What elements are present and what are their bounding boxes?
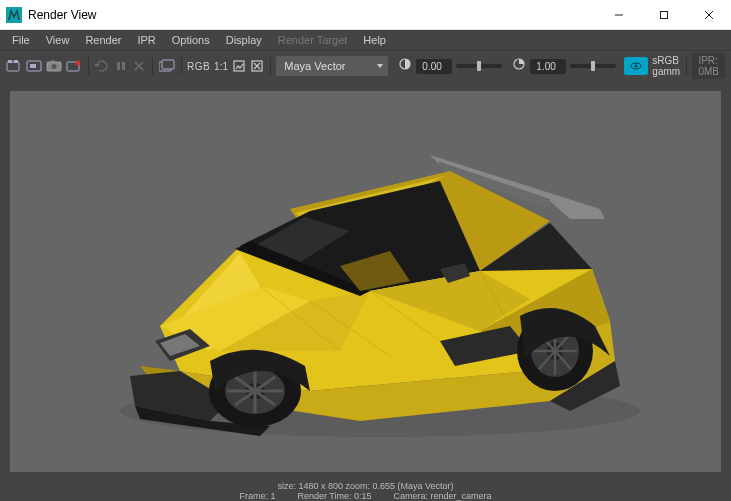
svg-point-14 xyxy=(76,61,81,66)
snapshot-button[interactable] xyxy=(46,56,62,76)
pause-ipr-button xyxy=(114,56,128,76)
menu-view[interactable]: View xyxy=(38,32,78,48)
menu-file[interactable]: File xyxy=(4,32,38,48)
refresh-ipr-button xyxy=(94,56,110,76)
exposure-controls: 0.00 xyxy=(398,57,502,75)
render-sequence-button[interactable] xyxy=(159,56,175,76)
svg-rect-12 xyxy=(51,61,55,63)
app-icon xyxy=(6,7,22,23)
menu-render[interactable]: Render xyxy=(77,32,129,48)
viewport-container xyxy=(0,81,731,482)
menu-options[interactable]: Options xyxy=(164,32,218,48)
rgb-label: RGB xyxy=(187,61,210,72)
ipr-memory-label: IPR: 0MB xyxy=(692,53,725,79)
status-camera: Camera: render_camera xyxy=(394,492,492,501)
gamma-value[interactable]: 1.00 xyxy=(530,59,566,74)
svg-rect-15 xyxy=(117,62,120,70)
remove-image-button[interactable] xyxy=(250,56,264,76)
status-frame: Frame: 1 xyxy=(239,492,275,501)
titlebar: Render View xyxy=(0,0,731,30)
render-region-button[interactable] xyxy=(26,56,42,76)
exposure-slider[interactable] xyxy=(456,64,502,68)
renderer-dropdown[interactable]: Maya Vector xyxy=(276,56,388,76)
svg-rect-7 xyxy=(14,60,18,63)
svg-rect-21 xyxy=(234,61,244,71)
gamma-controls: 1.00 xyxy=(512,57,616,75)
svg-rect-5 xyxy=(7,62,19,71)
exposure-icon xyxy=(398,57,412,75)
rendered-image xyxy=(10,91,721,472)
ipr-render-button[interactable] xyxy=(66,56,82,76)
toolbar: RGB 1:1 Maya Vector 0.00 1.00 sRGB gamm … xyxy=(0,50,731,81)
status-render-time: Render Time: 0:15 xyxy=(297,492,371,501)
window-title: Render View xyxy=(28,8,96,22)
minimize-button[interactable] xyxy=(596,0,641,30)
menubar: File View Render IPR Options Display Ren… xyxy=(0,30,731,50)
menu-display[interactable]: Display xyxy=(218,32,270,48)
menu-help[interactable]: Help xyxy=(355,32,394,48)
svg-point-28 xyxy=(635,65,638,68)
menu-ipr[interactable]: IPR xyxy=(129,32,163,48)
close-button[interactable] xyxy=(686,0,731,30)
menu-render-target: Render Target xyxy=(270,32,356,48)
chevron-down-icon xyxy=(376,62,384,70)
color-management-toggle[interactable] xyxy=(624,57,648,75)
svg-rect-9 xyxy=(30,64,36,68)
svg-rect-16 xyxy=(122,62,125,70)
gamma-icon xyxy=(512,57,526,75)
render-viewport[interactable] xyxy=(10,91,721,472)
exposure-value[interactable]: 0.00 xyxy=(416,59,452,74)
statusbar: size: 1480 x 800 zoom: 0.655 (Maya Vecto… xyxy=(0,482,731,501)
eye-icon xyxy=(630,60,642,72)
redo-render-button[interactable] xyxy=(6,56,22,76)
svg-rect-20 xyxy=(162,60,174,69)
keep-image-button[interactable] xyxy=(232,56,246,76)
svg-rect-0 xyxy=(6,7,22,23)
color-management-label: sRGB gamm xyxy=(652,55,680,77)
close-ipr-button xyxy=(132,56,146,76)
ratio-label: 1:1 xyxy=(214,61,228,72)
svg-point-11 xyxy=(52,64,57,69)
gamma-slider[interactable] xyxy=(570,64,616,68)
maximize-button[interactable] xyxy=(641,0,686,30)
renderer-dropdown-label: Maya Vector xyxy=(284,60,345,72)
svg-rect-2 xyxy=(660,11,667,18)
svg-rect-6 xyxy=(8,60,12,63)
